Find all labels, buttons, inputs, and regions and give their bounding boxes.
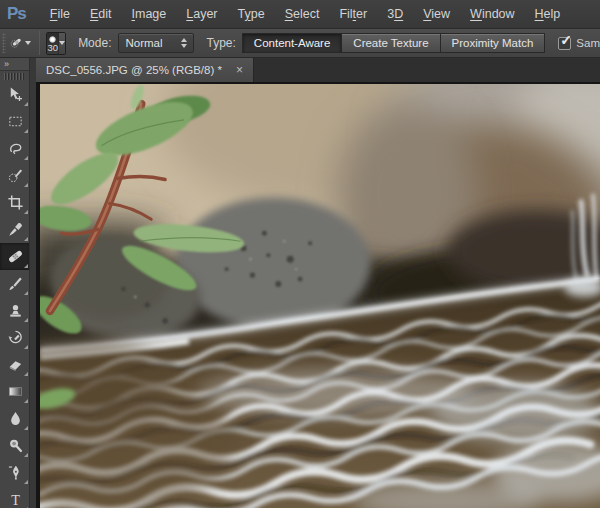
tool-clone-stamp[interactable] [0,297,30,324]
tool-pen[interactable] [0,459,30,486]
quick-selection-icon [7,167,24,184]
menu-help[interactable]: Help [525,0,571,28]
menu-3d[interactable]: 3D [377,0,413,28]
mode-label: Mode: [78,36,111,50]
brush-preview[interactable]: 30 [47,33,58,54]
checkmark-icon: ✓ [560,32,572,48]
eyedropper-icon [7,221,24,238]
move-icon [7,86,24,103]
flyout-triangle-icon [24,156,28,160]
sample-all-layers-checkbox[interactable]: ✓ [558,37,571,50]
crop-icon [7,194,24,211]
tool-gradient[interactable] [0,378,30,405]
menu-filter[interactable]: Filter [329,0,377,28]
type-label: Type: [206,36,235,50]
flyout-triangle-icon [24,399,28,403]
brush-size-dropdown-button[interactable] [58,33,65,54]
type-icon: T [7,491,24,508]
tool-brush[interactable] [0,270,30,297]
sample-all-layers-label: Sam [576,37,600,49]
tool-preset-picker[interactable] [10,31,22,55]
flyout-triangle-icon [24,372,28,376]
updown-arrows-icon [181,38,187,48]
flyout-triangle-icon [24,453,28,457]
flyout-triangle-icon [24,318,28,322]
type-option-proximity-match[interactable]: Proximity Match [440,33,546,53]
tool-move[interactable] [0,81,30,108]
document-canvas[interactable] [36,82,600,508]
menu-edit[interactable]: Edit [80,0,122,28]
brush-size-picker[interactable]: 30 [46,32,66,55]
document-tab[interactable]: DSC_0556.JPG @ 25% (RGB/8) * × [36,58,254,82]
flyout-triangle-icon [24,102,28,106]
type-segmented-control: Content-AwareCreate TextureProximity Mat… [243,33,546,53]
menu-items: FileEditImageLayerTypeSelectFilter3DView… [40,0,571,28]
eraser-icon [7,356,24,373]
menu-view[interactable]: View [413,0,460,28]
photo-stream-plant [40,84,600,508]
tool-marquee[interactable] [0,108,30,135]
menu-file[interactable]: File [40,0,80,28]
marquee-icon [7,113,24,130]
options-bar: 30 Mode: Normal Type: Content-AwareCreat… [0,29,600,58]
flyout-triangle-icon [24,210,28,214]
gradient-icon [7,383,24,400]
tool-spot-healing-brush[interactable] [0,243,30,270]
spot-healing-brush-icon [7,248,24,265]
toolbar: » T [0,58,30,508]
blur-icon [7,410,24,427]
svg-text:T: T [11,492,20,508]
options-bar-grip[interactable] [2,33,6,53]
separator [39,31,40,55]
clone-stamp-icon [7,302,24,319]
mode-dropdown[interactable]: Normal [118,33,194,53]
tool-blur[interactable] [0,405,30,432]
menu-select[interactable]: Select [275,0,330,28]
lasso-icon [7,140,24,157]
flyout-triangle-icon [24,345,28,349]
menu-window[interactable]: Window [460,0,524,28]
flyout-triangle-icon [24,480,28,484]
menu-bar: Ps FileEditImageLayerTypeSelectFilter3DV… [0,0,600,29]
document-tab-bar: DSC_0556.JPG @ 25% (RGB/8) * × [36,58,600,82]
tool-crop[interactable] [0,189,30,216]
toolbar-collapse-button[interactable]: » [0,58,29,71]
flyout-triangle-icon [24,183,28,187]
dodge-icon [7,437,24,454]
sample-all-layers-wrap: ✓ Sam [558,37,600,50]
tool-eyedropper[interactable] [0,216,30,243]
tool-history-brush[interactable] [0,324,30,351]
tool-dodge[interactable] [0,432,30,459]
menu-type[interactable]: Type [228,0,275,28]
type-option-create-texture[interactable]: Create Texture [341,33,440,53]
tool-lasso[interactable] [0,135,30,162]
flyout-triangle-icon [24,291,28,295]
document-tab-title: DSC_0556.JPG @ 25% (RGB/8) * [46,64,222,76]
chevron-down-icon[interactable] [25,41,31,45]
mode-value: Normal [125,37,173,49]
toolbar-grip[interactable] [4,73,25,80]
photoshop-logo: Ps [7,4,26,24]
menu-image[interactable]: Image [122,0,177,28]
pen-icon [7,464,24,481]
flyout-triangle-icon [24,264,28,268]
flyout-triangle-icon [24,426,28,430]
brush-icon [7,275,24,292]
type-option-content-aware[interactable]: Content-Aware [242,33,343,53]
menu-layer[interactable]: Layer [176,0,227,28]
close-icon[interactable]: × [236,65,243,75]
spot-healing-brush-icon [10,37,22,48]
tool-type[interactable]: T [0,486,30,508]
flyout-triangle-icon [24,237,28,241]
brush-size-value: 30 [47,42,58,53]
tool-eraser[interactable] [0,351,30,378]
chevron-down-icon [59,41,65,45]
flyout-triangle-icon [24,129,28,133]
photoshop-window: Ps FileEditImageLayerTypeSelectFilter3DV… [0,0,600,508]
history-brush-icon [7,329,24,346]
tool-quick-selection[interactable] [0,162,30,189]
tool-list: T [0,81,29,508]
